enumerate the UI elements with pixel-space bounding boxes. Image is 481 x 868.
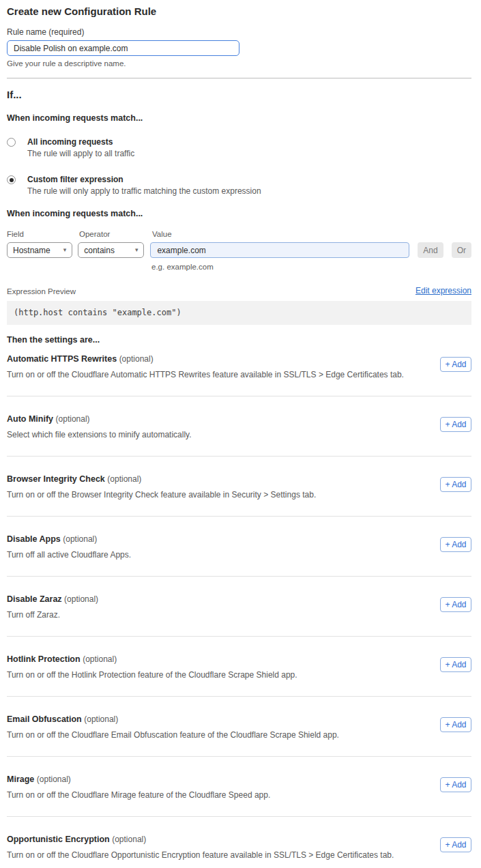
rule-name-input[interactable]	[7, 40, 239, 56]
add-button[interactable]: + Add	[440, 477, 471, 492]
operator-select[interactable]: contains ▾	[78, 242, 144, 258]
setting-description: Turn on or off the Cloudflare Mirage fea…	[7, 790, 270, 800]
add-button[interactable]: + Add	[440, 357, 471, 372]
radio-all-incoming-requests[interactable]: All incoming requests The rule will appl…	[7, 137, 471, 158]
value-helper: e.g. example.com	[151, 263, 471, 271]
setting-description: Turn on or off the Cloudflare Email Obfu…	[7, 730, 339, 740]
radio-description: The rule will apply to all traffic	[27, 149, 134, 158]
setting-title: Disable Apps	[7, 534, 61, 544]
field-select[interactable]: Hostname ▾	[7, 242, 72, 258]
chevron-down-icon: ▾	[63, 247, 67, 253]
if-heading: If...	[7, 89, 471, 100]
optional-label: (optional)	[119, 354, 154, 364]
expression-preview-code: (http.host contains "example.com")	[7, 301, 471, 325]
value-label: Value	[152, 230, 172, 238]
setting-item-opportunistic-encryption: Opportunistic Encryption (optional) Turn…	[7, 817, 471, 868]
radio-description: The rule will only apply to traffic matc…	[27, 186, 261, 196]
add-button[interactable]: + Add	[440, 537, 471, 552]
settings-list: Automatic HTTPS Rewrites (optional) Turn…	[7, 345, 471, 868]
optional-label: (optional)	[63, 534, 97, 544]
radio-unselected-icon[interactable]	[7, 138, 16, 147]
optional-label: (optional)	[112, 835, 146, 844]
section-divider	[7, 78, 471, 78]
expression-preview-label: Expression Preview	[7, 287, 76, 295]
setting-item-auto-minify: Auto Minify (optional) Select which file…	[7, 396, 471, 457]
rule-name-label: Rule name (required)	[7, 27, 471, 37]
create-configuration-rule-page: Create new Configuration Rule Rule name …	[0, 0, 481, 868]
add-button[interactable]: + Add	[440, 777, 471, 792]
setting-item-mirage: Mirage (optional) Turn on or off the Clo…	[7, 757, 471, 817]
rule-name-group: Rule name (required) Give your rule a de…	[7, 27, 471, 68]
add-button[interactable]: + Add	[440, 657, 471, 672]
radio-label: All incoming requests	[27, 137, 134, 147]
setting-description: Turn on or off the Cloudflare Opportunis…	[7, 850, 394, 860]
operator-select-value: contains	[84, 246, 115, 255]
setting-item-browser-integrity-check: Browser Integrity Check (optional) Turn …	[7, 457, 471, 517]
field-select-value: Hostname	[13, 246, 50, 255]
setting-description: Select which file extensions to minify a…	[7, 430, 192, 439]
setting-title: Browser Integrity Check	[7, 474, 105, 484]
page-title: Create new Configuration Rule	[7, 5, 471, 17]
add-button[interactable]: + Add	[440, 717, 471, 732]
match-type-radio-group: All incoming requests The rule will appl…	[7, 137, 471, 196]
setting-description: Turn off Zaraz.	[7, 610, 98, 620]
radio-selected-icon[interactable]	[7, 175, 16, 184]
setting-description: Turn on or off the Browser Integrity Che…	[7, 490, 316, 500]
edit-expression-link[interactable]: Edit expression	[416, 286, 471, 295]
setting-title: Email Obfuscation	[7, 714, 82, 724]
chevron-down-icon: ▾	[135, 247, 139, 253]
setting-title: Hotlink Protection	[7, 654, 81, 664]
and-button[interactable]: And	[418, 242, 443, 258]
value-input[interactable]	[150, 242, 409, 258]
then-settings-heading: Then the settings are...	[7, 335, 471, 345]
setting-item-hotlink-protection: Hotlink Protection (optional) Turn on or…	[7, 637, 471, 697]
builder-heading: When incoming requests match...	[7, 209, 471, 218]
setting-item-automatic-https-rewrites: Automatic HTTPS Rewrites (optional) Turn…	[7, 345, 471, 396]
optional-label: (optional)	[107, 474, 141, 484]
optional-label: (optional)	[84, 714, 118, 724]
setting-title: Mirage	[7, 775, 34, 784]
optional-label: (optional)	[56, 414, 90, 424]
setting-item-email-obfuscation: Email Obfuscation (optional) Turn on or …	[7, 697, 471, 757]
setting-title: Auto Minify	[7, 414, 53, 424]
setting-description: Turn on or off the Hotlink Protection fe…	[7, 670, 297, 680]
add-button[interactable]: + Add	[440, 597, 471, 612]
optional-label: (optional)	[83, 654, 117, 664]
expression-preview-header: Expression Preview Edit expression	[7, 286, 471, 295]
or-button[interactable]: Or	[452, 242, 471, 258]
add-button[interactable]: + Add	[440, 417, 471, 432]
setting-title: Disable Zaraz	[7, 594, 62, 604]
expression-builder: When incoming requests match... Field Op…	[7, 209, 471, 271]
field-label: Field	[7, 230, 79, 238]
setting-description: Turn on or off the Cloudflare Automatic …	[7, 370, 404, 379]
operator-label: Operator	[79, 230, 152, 238]
setting-title: Automatic HTTPS Rewrites	[7, 354, 117, 364]
optional-label: (optional)	[37, 775, 71, 784]
setting-title: Opportunistic Encryption	[7, 835, 110, 844]
radio-custom-filter-expression[interactable]: Custom filter expression The rule will o…	[7, 175, 471, 196]
setting-item-disable-apps: Disable Apps (optional) Turn off all act…	[7, 517, 471, 577]
match-heading: When incoming requests match...	[7, 113, 471, 123]
setting-description: Turn off all active Cloudflare Apps.	[7, 550, 131, 560]
add-button[interactable]: + Add	[440, 837, 471, 852]
optional-label: (optional)	[64, 594, 98, 604]
rule-name-helper: Give your rule a descriptive name.	[7, 59, 471, 68]
radio-label: Custom filter expression	[27, 175, 261, 184]
setting-item-disable-zaraz: Disable Zaraz (optional) Turn off Zaraz.…	[7, 577, 471, 637]
